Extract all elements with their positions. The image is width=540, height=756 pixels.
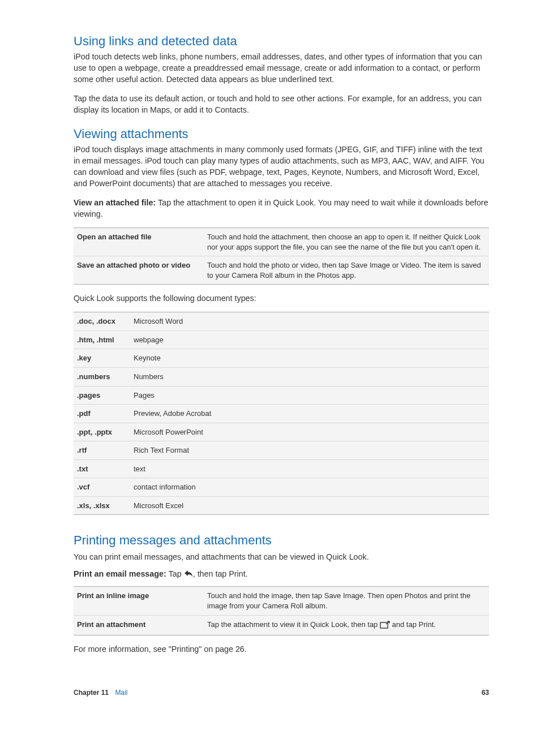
print-email-after: , then tap Print. [193, 569, 248, 578]
type-desc: contact information [130, 478, 489, 497]
table-row: .htm, .htmlwebpage [74, 330, 489, 349]
section2-p1: iPod touch displays image attachments in… [74, 144, 489, 189]
heading-links-detected: Using links and detected data [74, 34, 489, 49]
type-ext: .pdf [74, 405, 130, 423]
table-row: .rtfRich Text Format [74, 441, 489, 460]
type-desc: webpage [130, 330, 489, 349]
type-desc: Microsoft Word [130, 312, 489, 331]
print-email-before: Tap [169, 569, 184, 578]
table-row: .numbersNumbers [74, 368, 489, 386]
heading-viewing-attachments: Viewing attachments [74, 127, 489, 141]
type-desc: Pages [130, 386, 489, 405]
section3-p1: You can print email messages, and attach… [74, 551, 489, 562]
footer-left: Chapter 11 Mail [74, 689, 127, 697]
type-ext: .pages [74, 386, 130, 405]
table-row: Print an attachment Tap the attachment t… [74, 615, 489, 635]
table-label: Print an inline image [74, 587, 204, 615]
heading-printing: Printing messages and attachments [74, 533, 489, 548]
table-row: .keyKeynote [74, 349, 489, 368]
reply-arrow-icon [184, 569, 193, 581]
print-email-line: Print an email message: Tap , then tap P… [74, 568, 489, 581]
more-info: For more information, see "Printing" on … [74, 643, 489, 655]
table-row: .vcfcontact information [74, 478, 489, 497]
type-desc: Preview, Adobe Acrobat [130, 405, 489, 423]
type-desc: Microsoft Excel [130, 496, 489, 515]
table-desc: Tap the attachment to view it in Quick L… [204, 615, 489, 635]
page-footer: Chapter 11 Mail 63 [74, 689, 489, 697]
table-label: Print an attachment [74, 615, 204, 635]
document-types-table: .doc, .docxMicrosoft Word .htm, .htmlweb… [74, 312, 489, 515]
page-number: 63 [482, 689, 489, 697]
table-desc: Touch and hold the photo or video, then … [204, 256, 489, 285]
table-row: .ppt, .pptxMicrosoft PowerPoint [74, 423, 489, 441]
type-ext: .xls, .xlsx [74, 496, 130, 515]
table-row: Save an attached photo or video Touch an… [74, 256, 489, 285]
type-ext: .ppt, .pptx [74, 423, 130, 441]
printing-table: Print an inline image Touch and hold the… [74, 586, 489, 635]
table-desc: Touch and hold the image, then tap Save … [204, 587, 489, 615]
table-row: Print an inline image Touch and hold the… [74, 587, 489, 615]
type-ext: .numbers [74, 368, 130, 386]
table-row: .pagesPages [74, 386, 489, 405]
table-label: Save an attached photo or video [74, 256, 204, 285]
table-row: .pdfPreview, Adobe Acrobat [74, 405, 489, 423]
attachments-actions-table: Open an attached file Touch and hold the… [74, 227, 489, 285]
type-ext: .vcf [74, 478, 130, 497]
chapter-label: Chapter 11 [74, 689, 109, 697]
type-desc: text [130, 459, 489, 478]
section1-p1: iPod touch detects web links, phone numb… [74, 51, 489, 85]
share-action-icon [380, 621, 390, 632]
table-row: .doc, .docxMicrosoft Word [74, 312, 489, 331]
type-ext: .rtf [74, 441, 130, 460]
section1-p2: Tap the data to use its default action, … [74, 93, 489, 115]
table-label: Open an attached file [74, 228, 204, 256]
type-desc: Rich Text Format [130, 441, 489, 460]
print-email-label: Print an email message: [74, 569, 169, 578]
type-desc: Microsoft PowerPoint [130, 423, 489, 441]
type-desc: Keynote [130, 349, 489, 368]
table-row: .xls, .xlsxMicrosoft Excel [74, 496, 489, 515]
chapter-name: Mail [115, 689, 127, 697]
table-desc: Touch and hold the attachment, then choo… [204, 228, 489, 256]
print-attachment-after: and tap Print. [390, 620, 436, 629]
view-attached-label: View an attached file: [74, 198, 158, 207]
type-ext: .key [74, 349, 130, 368]
type-ext: .doc, .docx [74, 312, 130, 331]
table-row: Open an attached file Touch and hold the… [74, 228, 489, 256]
type-ext: .htm, .html [74, 330, 130, 349]
table-row: .txttext [74, 459, 489, 478]
print-attachment-before: Tap the attachment to view it in Quick L… [207, 620, 380, 629]
type-desc: Numbers [130, 368, 489, 386]
section2-view-file: View an attached file: Tap the attachmen… [74, 197, 489, 220]
type-ext: .txt [74, 459, 130, 478]
quicklook-intro: Quick Look supports the following docume… [74, 293, 489, 304]
